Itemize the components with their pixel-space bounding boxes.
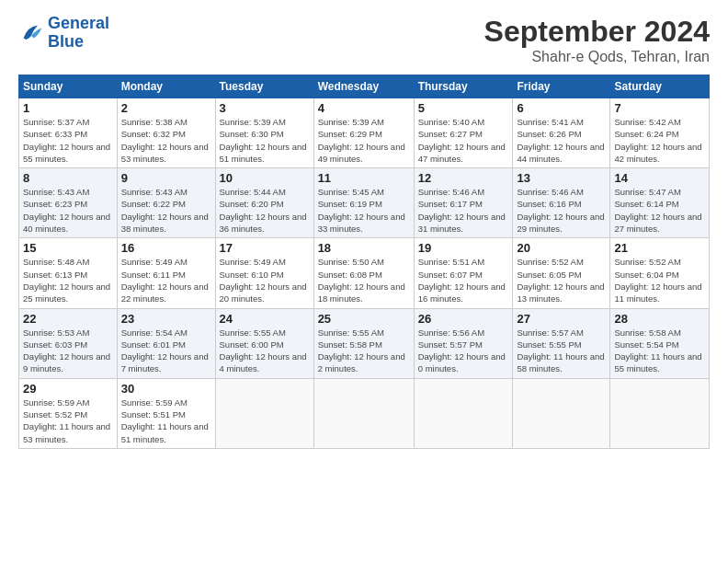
day-number: 29: [23, 382, 113, 396]
table-row: [513, 378, 610, 448]
table-row: 2Sunrise: 5:38 AM Sunset: 6:32 PM Daylig…: [117, 98, 215, 168]
table-row: 22Sunrise: 5:53 AM Sunset: 6:03 PM Dayli…: [19, 308, 118, 378]
day-number: 17: [220, 241, 310, 255]
day-number: 28: [614, 312, 705, 326]
day-detail: Sunrise: 5:38 AM Sunset: 6:32 PM Dayligh…: [121, 116, 211, 165]
day-number: 18: [318, 241, 410, 255]
table-row: [610, 378, 710, 448]
day-detail: Sunrise: 5:52 AM Sunset: 6:05 PM Dayligh…: [517, 256, 606, 304]
day-number: 24: [220, 312, 310, 326]
day-number: 12: [418, 171, 509, 185]
day-detail: Sunrise: 5:55 AM Sunset: 5:58 PM Dayligh…: [318, 327, 410, 375]
day-number: 4: [318, 101, 410, 115]
day-number: 13: [517, 171, 606, 185]
day-detail: Sunrise: 5:43 AM Sunset: 6:22 PM Dayligh…: [121, 186, 211, 235]
day-number: 22: [23, 312, 113, 326]
week-row-2: 15Sunrise: 5:48 AM Sunset: 6:13 PM Dayli…: [19, 238, 710, 308]
day-detail: Sunrise: 5:45 AM Sunset: 6:19 PM Dayligh…: [318, 186, 410, 235]
day-detail: Sunrise: 5:43 AM Sunset: 6:23 PM Dayligh…: [23, 186, 113, 235]
table-row: 6Sunrise: 5:41 AM Sunset: 6:26 PM Daylig…: [513, 98, 610, 168]
col-tuesday: Tuesday: [215, 75, 313, 98]
table-row: 21Sunrise: 5:52 AM Sunset: 6:04 PM Dayli…: [610, 238, 710, 308]
day-detail: Sunrise: 5:47 AM Sunset: 6:14 PM Dayligh…: [614, 186, 705, 235]
table-row: [313, 378, 414, 448]
day-detail: Sunrise: 5:57 AM Sunset: 5:55 PM Dayligh…: [517, 327, 606, 375]
table-row: [215, 378, 313, 448]
day-detail: Sunrise: 5:56 AM Sunset: 5:57 PM Dayligh…: [418, 327, 509, 375]
day-number: 6: [517, 101, 606, 115]
day-detail: Sunrise: 5:44 AM Sunset: 6:20 PM Dayligh…: [220, 186, 310, 235]
table-row: 8Sunrise: 5:43 AM Sunset: 6:23 PM Daylig…: [19, 168, 118, 238]
day-number: 14: [614, 171, 705, 185]
day-detail: Sunrise: 5:49 AM Sunset: 6:11 PM Dayligh…: [121, 256, 211, 304]
title-block: September 2024 Shahr-e Qods, Tehran, Ira…: [484, 15, 710, 65]
month-title: September 2024: [484, 15, 710, 49]
day-detail: Sunrise: 5:46 AM Sunset: 6:17 PM Dayligh…: [418, 186, 509, 235]
table-row: 19Sunrise: 5:51 AM Sunset: 6:07 PM Dayli…: [414, 238, 513, 308]
day-number: 26: [418, 312, 509, 326]
day-detail: Sunrise: 5:50 AM Sunset: 6:08 PM Dayligh…: [318, 256, 410, 304]
day-detail: Sunrise: 5:39 AM Sunset: 6:29 PM Dayligh…: [318, 116, 410, 165]
table-row: 28Sunrise: 5:58 AM Sunset: 5:54 PM Dayli…: [610, 308, 710, 378]
col-monday: Monday: [117, 75, 215, 98]
day-detail: Sunrise: 5:54 AM Sunset: 6:01 PM Dayligh…: [121, 327, 211, 375]
table-row: 12Sunrise: 5:46 AM Sunset: 6:17 PM Dayli…: [414, 168, 513, 238]
table-row: 18Sunrise: 5:50 AM Sunset: 6:08 PM Dayli…: [313, 238, 414, 308]
day-detail: Sunrise: 5:58 AM Sunset: 5:54 PM Dayligh…: [614, 327, 705, 375]
day-detail: Sunrise: 5:51 AM Sunset: 6:07 PM Dayligh…: [418, 256, 509, 304]
calendar-table: Sunday Monday Tuesday Wednesday Thursday…: [18, 75, 710, 449]
table-row: 4Sunrise: 5:39 AM Sunset: 6:29 PM Daylig…: [313, 98, 414, 168]
day-detail: Sunrise: 5:49 AM Sunset: 6:10 PM Dayligh…: [220, 256, 310, 304]
table-row: 20Sunrise: 5:52 AM Sunset: 6:05 PM Dayli…: [513, 238, 610, 308]
col-wednesday: Wednesday: [313, 75, 414, 98]
table-row: 26Sunrise: 5:56 AM Sunset: 5:57 PM Dayli…: [414, 308, 513, 378]
day-detail: Sunrise: 5:39 AM Sunset: 6:30 PM Dayligh…: [220, 116, 310, 165]
table-row: 17Sunrise: 5:49 AM Sunset: 6:10 PM Dayli…: [215, 238, 313, 308]
day-detail: Sunrise: 5:55 AM Sunset: 6:00 PM Dayligh…: [220, 327, 310, 375]
day-detail: Sunrise: 5:41 AM Sunset: 6:26 PM Dayligh…: [517, 116, 606, 165]
table-row: 10Sunrise: 5:44 AM Sunset: 6:20 PM Dayli…: [215, 168, 313, 238]
day-number: 15: [23, 241, 113, 255]
day-detail: Sunrise: 5:59 AM Sunset: 5:52 PM Dayligh…: [23, 396, 113, 445]
day-number: 23: [121, 312, 211, 326]
table-row: [414, 378, 513, 448]
logo-icon: [18, 20, 44, 46]
day-detail: Sunrise: 5:52 AM Sunset: 6:04 PM Dayligh…: [614, 256, 705, 304]
day-detail: Sunrise: 5:59 AM Sunset: 5:51 PM Dayligh…: [121, 396, 211, 445]
day-number: 9: [121, 171, 211, 185]
table-row: 5Sunrise: 5:40 AM Sunset: 6:27 PM Daylig…: [414, 98, 513, 168]
table-row: 25Sunrise: 5:55 AM Sunset: 5:58 PM Dayli…: [313, 308, 414, 378]
header: General Blue September 2024 Shahr-e Qods…: [18, 15, 710, 65]
table-row: 23Sunrise: 5:54 AM Sunset: 6:01 PM Dayli…: [117, 308, 215, 378]
table-row: 9Sunrise: 5:43 AM Sunset: 6:22 PM Daylig…: [117, 168, 215, 238]
page: General Blue September 2024 Shahr-e Qods…: [0, 0, 728, 458]
day-number: 1: [23, 101, 113, 115]
day-detail: Sunrise: 5:53 AM Sunset: 6:03 PM Dayligh…: [23, 327, 113, 375]
day-detail: Sunrise: 5:48 AM Sunset: 6:13 PM Dayligh…: [23, 256, 113, 304]
day-detail: Sunrise: 5:42 AM Sunset: 6:24 PM Dayligh…: [614, 116, 705, 165]
table-row: 27Sunrise: 5:57 AM Sunset: 5:55 PM Dayli…: [513, 308, 610, 378]
day-number: 16: [121, 241, 211, 255]
col-friday: Friday: [513, 75, 610, 98]
day-detail: Sunrise: 5:40 AM Sunset: 6:27 PM Dayligh…: [418, 116, 509, 165]
col-sunday: Sunday: [19, 75, 118, 98]
day-number: 2: [121, 101, 211, 115]
day-number: 11: [318, 171, 410, 185]
day-number: 19: [418, 241, 509, 255]
table-row: 16Sunrise: 5:49 AM Sunset: 6:11 PM Dayli…: [117, 238, 215, 308]
day-number: 25: [318, 312, 410, 326]
day-number: 27: [517, 312, 606, 326]
week-row-0: 1Sunrise: 5:37 AM Sunset: 6:33 PM Daylig…: [19, 98, 710, 168]
day-detail: Sunrise: 5:37 AM Sunset: 6:33 PM Dayligh…: [23, 116, 113, 165]
table-row: 3Sunrise: 5:39 AM Sunset: 6:30 PM Daylig…: [215, 98, 313, 168]
table-row: 11Sunrise: 5:45 AM Sunset: 6:19 PM Dayli…: [313, 168, 414, 238]
week-row-3: 22Sunrise: 5:53 AM Sunset: 6:03 PM Dayli…: [19, 308, 710, 378]
day-number: 3: [220, 101, 310, 115]
location-subtitle: Shahr-e Qods, Tehran, Iran: [484, 49, 710, 65]
table-row: 7Sunrise: 5:42 AM Sunset: 6:24 PM Daylig…: [610, 98, 710, 168]
table-row: 1Sunrise: 5:37 AM Sunset: 6:33 PM Daylig…: [19, 98, 118, 168]
table-row: 15Sunrise: 5:48 AM Sunset: 6:13 PM Dayli…: [19, 238, 118, 308]
day-number: 7: [614, 101, 705, 115]
col-thursday: Thursday: [414, 75, 513, 98]
day-number: 10: [220, 171, 310, 185]
